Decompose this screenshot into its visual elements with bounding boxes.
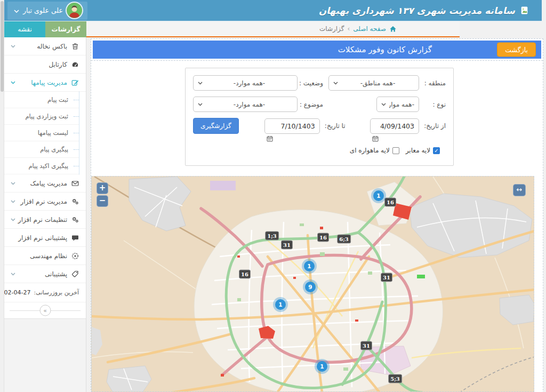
- tab-reports[interactable]: گزارشات: [45, 21, 86, 37]
- type-select-value: -همه موارد-: [389, 101, 414, 108]
- report-cluster-marker[interactable]: 1: [373, 190, 384, 201]
- map-container[interactable]: 161;331166;31631315;311911 + − ↔: [91, 176, 534, 392]
- roads-layer-label: لایه معابر: [406, 147, 430, 154]
- sidebar-item[interactable]: مدیریت پیامک: [4, 174, 86, 193]
- sidebar-item[interactable]: مدیریت پیامها: [4, 74, 86, 92]
- satellite-layer-checkbox[interactable]: [392, 147, 399, 154]
- type-label: نوع :: [419, 101, 446, 108]
- breadcrumb-current: گزارشات: [319, 25, 344, 33]
- zoom-in-button[interactable]: +: [97, 182, 108, 194]
- chevron-down-icon: [11, 45, 15, 48]
- sidebar-subitem[interactable]: پیگیری پیام: [4, 141, 79, 158]
- status-label: وضعیت :: [298, 79, 323, 87]
- sidebar-subitem[interactable]: پیگیری اکید پیام: [4, 158, 79, 174]
- sidebar-item-label: مدیریت نرم افزار: [20, 198, 67, 205]
- sidebar-collapse-row: »: [4, 302, 86, 318]
- calendar-icon[interactable]: [267, 135, 273, 142]
- sidebar-item-label: مدیریت پیامک: [30, 180, 67, 187]
- sidebar: باکس نخالهکارتابلمدیریت پیامهاثبت پیامثب…: [4, 37, 86, 392]
- home-icon[interactable]: [389, 26, 397, 33]
- report-title: گزارش کانون وفور مشکلات: [338, 45, 432, 54]
- map-expand-button[interactable]: ↔: [513, 184, 526, 196]
- region-select[interactable]: -همه مناطق-: [328, 75, 419, 91]
- chevron-down-icon: [11, 218, 15, 221]
- report-panel: بازگشت گزارش کانون وفور مشکلات منطقه : -…: [91, 38, 543, 392]
- sidebar-menu: باکس نخالهکارتابلمدیریت پیامهاثبت پیامثب…: [4, 37, 86, 319]
- chevron-down-icon: [11, 182, 15, 185]
- top-bar: سامانه مدیریت شهری ۱۳۷ شهرداری بهبهان عل…: [0, 0, 542, 21]
- filter-form: منطقه : -همه مناطق- وضعیت : -همه موارد-: [185, 68, 454, 166]
- report-title-bar: بازگشت گزارش کانون وفور مشکلات: [93, 41, 541, 59]
- scrollbar-thumb[interactable]: [1, 1, 4, 92]
- trash-icon: [71, 43, 79, 50]
- sidebar-item[interactable]: کارتابل: [4, 55, 86, 74]
- sidebar-item[interactable]: باکس نخاله: [4, 37, 86, 55]
- map-markers: 161;331166;31631315;311911: [92, 177, 534, 391]
- roads-layer-checkbox[interactable]: [433, 147, 440, 154]
- sidebar-item-label: نظام مهندسی: [30, 252, 67, 260]
- chevron-down-icon: [11, 273, 15, 276]
- road-shield: 16: [317, 233, 329, 242]
- api-icon: [71, 252, 79, 260]
- app-logo-icon: [520, 6, 529, 15]
- back-button[interactable]: بازگشت: [497, 43, 536, 57]
- filter-row-3: از تاریخ: تا تاریخ:: [186, 118, 453, 134]
- last-update-value: 1402-04-27: [0, 289, 31, 296]
- gears-icon: [71, 198, 79, 205]
- region-select-value: -همه مناطق-: [341, 79, 414, 87]
- calendar-icon[interactable]: [372, 135, 379, 142]
- chat-icon: [71, 234, 79, 242]
- from-date-input[interactable]: [370, 118, 419, 134]
- sidebar-item-label: پشتیبانی نرم افزار: [18, 234, 67, 242]
- title-bar-wrap: بازگشت گزارش کانون وفور مشکلات: [91, 39, 543, 61]
- report-cluster-marker[interactable]: 1: [304, 261, 315, 271]
- sidebar-collapse-button[interactable]: »: [39, 305, 51, 316]
- gears-icon: [71, 216, 79, 223]
- sidebar-subitem[interactable]: ثبت پیام: [4, 92, 79, 108]
- last-update: آخرین بروزرسانی:1402-04-27: [4, 283, 86, 302]
- sidebar-item[interactable]: پشتیبانی نرم افزار: [4, 229, 86, 247]
- road-shield: 31: [281, 241, 293, 250]
- sidebar-item[interactable]: پشتیبانی: [4, 265, 86, 283]
- subject-label: موضوع :: [298, 101, 323, 108]
- road-shield: 16: [239, 270, 251, 279]
- road-shield: 16: [384, 198, 396, 207]
- user-menu[interactable]: علی علوی تبار: [7, 2, 87, 20]
- status-select[interactable]: -همه موارد-: [193, 75, 298, 91]
- zoom-out-button[interactable]: −: [97, 195, 108, 207]
- satellite-layer-label: لایه ماهواره ای: [350, 147, 390, 154]
- filter-row-2: نوع : -همه موارد- موضوع : -همه موارد-: [186, 97, 453, 112]
- chevron-down-icon: [11, 81, 15, 84]
- page-scrollbar[interactable]: [0, 0, 4, 392]
- chevron-down-icon: [381, 103, 386, 106]
- last-update-label: آخرین بروزرسانی:: [34, 289, 79, 296]
- report-cluster-marker[interactable]: 1: [275, 299, 286, 310]
- subject-select-value: -همه موارد-: [206, 101, 293, 108]
- sidebar-item[interactable]: تنظیمات نرم افزار: [4, 211, 86, 229]
- sidebar-subitem[interactable]: ثبت ویزاردی پیام: [4, 108, 79, 125]
- sidebar-submenu: ثبت پیامثبت ویزاردی پیاملیست پیامهاپیگیر…: [4, 92, 79, 174]
- user-name: علی علوی تبار: [23, 6, 63, 14]
- type-select[interactable]: -همه موارد-: [376, 97, 419, 112]
- sidebar-item[interactable]: نظام مهندسی: [4, 247, 86, 265]
- to-date-input[interactable]: [264, 118, 320, 134]
- edit-icon: [71, 79, 79, 86]
- generate-report-button[interactable]: گزارشگیری: [193, 118, 239, 134]
- report-cluster-marker[interactable]: 1: [317, 361, 327, 372]
- report-cluster-marker[interactable]: 9: [305, 282, 316, 292]
- sidebar-item[interactable]: مدیریت نرم افزار: [4, 193, 86, 211]
- envelope-icon: [71, 180, 79, 187]
- layer-toggles: لایه معابر لایه ماهواره ای: [186, 147, 453, 154]
- breadcrumb-home-link[interactable]: صفحه اصلی: [353, 25, 386, 33]
- to-date-label: تا تاریخ:: [320, 122, 346, 130]
- sidebar-item-label: مدیریت پیامها: [31, 79, 67, 86]
- dashboard-icon: [71, 61, 79, 68]
- sub-bar: صفحه اصلی › گزارشات گزارشات نقشه: [0, 21, 546, 37]
- chevron-down-icon: [198, 103, 203, 106]
- road-shield: 6;3: [337, 235, 351, 244]
- main-content: بازگشت گزارش کانون وفور مشکلات منطقه : -…: [86, 37, 546, 392]
- app-title: سامانه مدیریت شهری ۱۳۷ شهرداری بهبهان: [319, 5, 515, 16]
- tab-map[interactable]: نقشه: [4, 21, 45, 37]
- subject-select[interactable]: -همه موارد-: [193, 97, 298, 112]
- sidebar-subitem[interactable]: لیست پیامها: [4, 125, 79, 141]
